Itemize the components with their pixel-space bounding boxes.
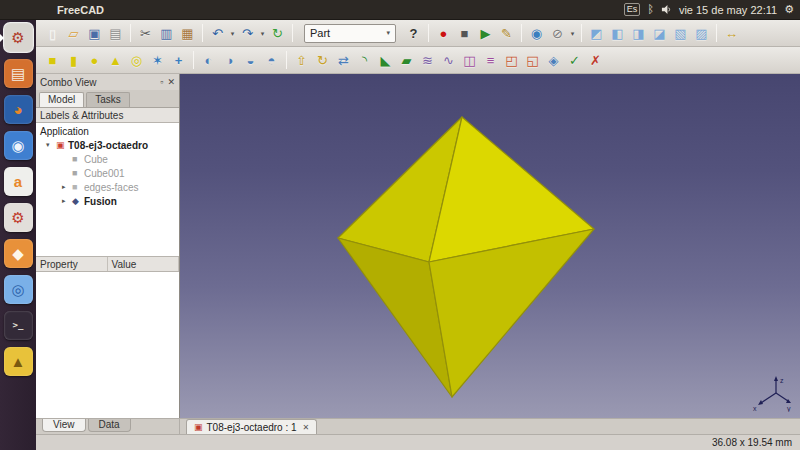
part-extrude-icon[interactable]: ⇧ <box>291 50 312 71</box>
launcher-amazon[interactable]: a <box>4 167 33 196</box>
launcher-terminal[interactable]: >_ <box>4 311 33 340</box>
close-icon[interactable]: ✕ <box>303 423 310 432</box>
view-top-icon[interactable]: ◨ <box>628 23 649 44</box>
cut-icon[interactable]: ✂ <box>135 23 156 44</box>
float-panel-icon[interactable]: ▫ <box>160 77 163 87</box>
macro-edit-icon[interactable]: ✎ <box>496 23 517 44</box>
whatsthis-icon[interactable]: ? <box>403 23 424 44</box>
part-cut-icon[interactable]: ◑ <box>219 50 240 71</box>
launcher-system-settings[interactable]: ⚙ <box>4 203 33 232</box>
view-right-icon[interactable]: ◪ <box>649 23 670 44</box>
toolbar-file-group: ▯ ▱ ▣ ▤ <box>42 23 297 44</box>
part-defeaturing-icon[interactable]: ✗ <box>585 50 606 71</box>
keyboard-layout-indicator[interactable]: Es <box>624 3 641 16</box>
launcher-files[interactable]: ▤ <box>4 59 33 88</box>
toolbar-separator <box>716 24 717 42</box>
main-area: Combo View ▫ ✕ Model Tasks <box>36 74 800 418</box>
fit-all-icon[interactable]: ◉ <box>526 23 547 44</box>
tree-expander-icon[interactable]: ▸ <box>62 183 72 191</box>
tree-item-application[interactable]: Application <box>36 124 179 138</box>
part-chamfer-icon[interactable]: ◣ <box>375 50 396 71</box>
draw-style-menu-icon[interactable]: ▾ <box>568 23 577 44</box>
part-box-icon[interactable]: ■ <box>42 50 63 71</box>
part-shapebuilder-icon[interactable]: + <box>168 50 189 71</box>
undo-icon[interactable]: ↶ <box>207 23 228 44</box>
close-panel-icon[interactable]: ✕ <box>167 77 175 87</box>
launcher-software-center[interactable]: ◆ <box>4 239 33 268</box>
part-check-geometry-icon[interactable]: ✓ <box>564 50 585 71</box>
view-rear-icon[interactable]: ▧ <box>670 23 691 44</box>
print-icon[interactable]: ▤ <box>105 23 126 44</box>
volume-icon[interactable] <box>661 4 672 15</box>
part-torus-icon[interactable]: ◎ <box>126 50 147 71</box>
bottom-tab-band: View Data ▣ T08-ej3-octaedro : 1 ✕ <box>36 418 800 434</box>
tree-item-document[interactable]: ▾ ▣ T08-ej3-octaedro <box>36 138 179 152</box>
view-front-icon[interactable]: ◧ <box>607 23 628 44</box>
draw-style-icon[interactable]: ⊘ <box>547 23 568 44</box>
measure-distance-icon[interactable]: ↔ <box>721 23 742 44</box>
launcher-media-player[interactable]: ◉ <box>4 131 33 160</box>
tab-model[interactable]: Model <box>39 92 84 107</box>
session-menu-icon[interactable]: ⚙ <box>784 4 794 15</box>
paste-icon[interactable]: ▦ <box>177 23 198 44</box>
tab-tasks[interactable]: Tasks <box>86 92 130 107</box>
tab-data[interactable]: Data <box>88 419 131 432</box>
tree-item-cube001[interactable]: ■ Cube001 <box>36 166 179 180</box>
view-isometric-icon[interactable]: ◩ <box>586 23 607 44</box>
tree-item-cube[interactable]: ■ Cube <box>36 152 179 166</box>
part-cross-sections-icon[interactable]: ≡ <box>480 50 501 71</box>
undo-menu-icon[interactable]: ▾ <box>228 23 237 44</box>
part-revolve-icon[interactable]: ↻ <box>312 50 333 71</box>
launcher-app-icon: ▲ <box>11 354 26 369</box>
tree-item-edges-faces[interactable]: ▸ ■ edges-faces <box>36 180 179 194</box>
part-union-icon[interactable]: ◒ <box>240 50 261 71</box>
part-offset-icon[interactable]: ◰ <box>501 50 522 71</box>
part-thickness-icon[interactable]: ◱ <box>522 50 543 71</box>
launcher-app-icon: ◉ <box>11 138 24 153</box>
clock[interactable]: vie 15 de may 22:11 <box>679 4 777 16</box>
launcher-firefox[interactable]: ◕ <box>4 95 33 124</box>
macro-record-icon[interactable]: ● <box>433 23 454 44</box>
part-loft-icon[interactable]: ≋ <box>417 50 438 71</box>
part-mirror-icon[interactable]: ⇄ <box>333 50 354 71</box>
view-bottom-icon[interactable]: ▨ <box>691 23 712 44</box>
part-section-icon[interactable]: ◫ <box>459 50 480 71</box>
tree-expander-icon[interactable]: ▾ <box>46 141 56 149</box>
copy-icon[interactable]: ▥ <box>156 23 177 44</box>
tab-view[interactable]: View <box>42 419 86 432</box>
octahedron-model[interactable] <box>180 74 800 418</box>
part-cylinder-icon[interactable]: ▮ <box>63 50 84 71</box>
tree-expander-icon[interactable]: ▸ <box>62 197 72 205</box>
launcher-app-yellow[interactable]: ▲ <box>4 347 33 376</box>
axis-label-z: z <box>780 377 784 384</box>
3d-viewport[interactable]: z x y <box>180 74 800 418</box>
redo-menu-icon[interactable]: ▾ <box>258 23 267 44</box>
open-file-icon[interactable]: ▱ <box>63 23 84 44</box>
part-cone-icon[interactable]: ▲ <box>105 50 126 71</box>
document-icon: ▣ <box>194 422 203 432</box>
macro-stop-icon[interactable]: ■ <box>454 23 475 44</box>
workbench-selector[interactable]: Part ▾ <box>304 24 396 43</box>
tree-object-icon: ◆ <box>72 196 84 206</box>
macro-play-icon[interactable]: ▶ <box>475 23 496 44</box>
save-icon[interactable]: ▣ <box>84 23 105 44</box>
part-common-icon[interactable]: ◓ <box>261 50 282 71</box>
launcher-chromium[interactable]: ◎ <box>4 275 33 304</box>
part-sweep-icon[interactable]: ∿ <box>438 50 459 71</box>
desktop: FreeCAD Es ᛒ vie 15 de may 22:11 ⚙ ⚙ ▤ ◕ <box>0 0 800 450</box>
new-file-icon[interactable]: ▯ <box>42 23 63 44</box>
bluetooth-icon[interactable]: ᛒ <box>647 4 654 15</box>
tree-item-fusion[interactable]: ▸ ◆ Fusion <box>36 194 179 208</box>
part-sphere-icon[interactable]: ● <box>84 50 105 71</box>
part-fillet-icon[interactable]: ◝ <box>354 50 375 71</box>
part-ruled-surface-icon[interactable]: ▰ <box>396 50 417 71</box>
launcher-app-icon: >_ <box>13 318 24 333</box>
tree-object-icon: ▣ <box>56 140 68 150</box>
document-tab[interactable]: ▣ T08-ej3-octaedro : 1 ✕ <box>186 419 317 434</box>
redo-icon[interactable]: ↷ <box>237 23 258 44</box>
part-primitives-icon[interactable]: ✶ <box>147 50 168 71</box>
refresh-icon[interactable]: ↻ <box>267 23 288 44</box>
part-compound-icon[interactable]: ◈ <box>543 50 564 71</box>
part-boolean-icon[interactable]: ◐ <box>198 50 219 71</box>
launcher-freecad[interactable]: ⚙ <box>4 23 33 52</box>
